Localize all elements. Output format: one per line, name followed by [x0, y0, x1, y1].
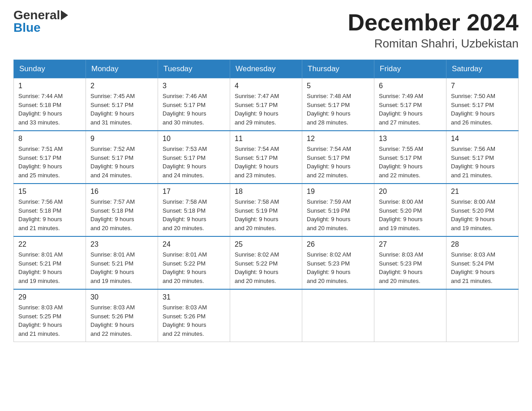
day-info: Sunrise: 7:51 AM Sunset: 5:17 PM Dayligh…	[18, 145, 81, 180]
table-row: 19 Sunrise: 7:59 AM Sunset: 5:19 PM Dayl…	[302, 184, 374, 236]
day-number: 4	[235, 82, 297, 90]
day-number: 3	[163, 82, 225, 90]
table-row: 22 Sunrise: 8:01 AM Sunset: 5:21 PM Dayl…	[14, 236, 86, 289]
day-info: Sunrise: 7:55 AM Sunset: 5:17 PM Dayligh…	[379, 145, 442, 180]
calendar-week-3: 15 Sunrise: 7:56 AM Sunset: 5:18 PM Dayl…	[14, 184, 519, 236]
day-info: Sunrise: 8:02 AM Sunset: 5:23 PM Dayligh…	[307, 250, 369, 285]
header-friday: Friday	[374, 60, 446, 78]
day-info: Sunrise: 7:54 AM Sunset: 5:17 PM Dayligh…	[235, 145, 297, 180]
day-info: Sunrise: 8:00 AM Sunset: 5:20 PM Dayligh…	[451, 197, 514, 232]
calendar-week-1: 1 Sunrise: 7:44 AM Sunset: 5:18 PM Dayli…	[14, 78, 519, 131]
day-number: 16	[90, 188, 153, 196]
header-tuesday: Tuesday	[158, 60, 230, 78]
day-info: Sunrise: 7:59 AM Sunset: 5:19 PM Dayligh…	[307, 197, 369, 232]
month-title: December 2024	[348, 9, 519, 36]
day-info: Sunrise: 7:53 AM Sunset: 5:17 PM Dayligh…	[163, 145, 225, 180]
calendar-week-4: 22 Sunrise: 8:01 AM Sunset: 5:21 PM Dayl…	[14, 236, 519, 289]
day-number: 19	[307, 188, 369, 196]
day-number: 9	[90, 135, 153, 143]
day-info: Sunrise: 7:54 AM Sunset: 5:17 PM Dayligh…	[307, 145, 369, 180]
table-row: 26 Sunrise: 8:02 AM Sunset: 5:23 PM Dayl…	[302, 236, 374, 289]
table-row: 9 Sunrise: 7:52 AM Sunset: 5:17 PM Dayli…	[86, 131, 158, 184]
table-row: 3 Sunrise: 7:46 AM Sunset: 5:17 PM Dayli…	[158, 78, 230, 131]
header-thursday: Thursday	[302, 60, 374, 78]
table-row: 24 Sunrise: 8:01 AM Sunset: 5:22 PM Dayl…	[158, 236, 230, 289]
table-row: 30 Sunrise: 8:03 AM Sunset: 5:26 PM Dayl…	[86, 289, 158, 342]
day-info: Sunrise: 7:44 AM Sunset: 5:18 PM Dayligh…	[18, 92, 81, 127]
table-row: 29 Sunrise: 8:03 AM Sunset: 5:25 PM Dayl…	[14, 289, 86, 342]
day-info: Sunrise: 8:02 AM Sunset: 5:22 PM Dayligh…	[235, 250, 297, 285]
title-block: December 2024 Romitan Shahri, Uzbekistan	[348, 9, 519, 51]
table-row: 20 Sunrise: 8:00 AM Sunset: 5:20 PM Dayl…	[374, 184, 446, 236]
day-number: 2	[90, 82, 153, 90]
day-info: Sunrise: 8:01 AM Sunset: 5:21 PM Dayligh…	[90, 250, 153, 285]
day-number: 18	[235, 188, 297, 196]
day-number: 6	[379, 82, 442, 90]
table-row: 17 Sunrise: 7:58 AM Sunset: 5:18 PM Dayl…	[158, 184, 230, 236]
day-info: Sunrise: 8:03 AM Sunset: 5:24 PM Dayligh…	[451, 250, 514, 285]
day-number: 8	[18, 135, 81, 143]
table-row: 16 Sunrise: 7:57 AM Sunset: 5:18 PM Dayl…	[86, 184, 158, 236]
day-number: 29	[18, 293, 81, 301]
day-info: Sunrise: 7:49 AM Sunset: 5:17 PM Dayligh…	[379, 92, 442, 127]
calendar-week-2: 8 Sunrise: 7:51 AM Sunset: 5:17 PM Dayli…	[14, 131, 519, 184]
location-title: Romitan Shahri, Uzbekistan	[348, 37, 519, 51]
day-number: 14	[451, 135, 514, 143]
table-row	[374, 289, 446, 342]
calendar-week-5: 29 Sunrise: 8:03 AM Sunset: 5:25 PM Dayl…	[14, 289, 519, 342]
table-row	[230, 289, 302, 342]
page-header: General Blue December 2024 Romitan Shahr…	[13, 9, 519, 51]
logo-general-text: General	[13, 9, 60, 21]
table-row	[302, 289, 374, 342]
day-number: 24	[163, 240, 225, 248]
day-info: Sunrise: 7:56 AM Sunset: 5:18 PM Dayligh…	[18, 197, 81, 232]
table-row: 7 Sunrise: 7:50 AM Sunset: 5:17 PM Dayli…	[446, 78, 519, 131]
header-sunday: Sunday	[14, 60, 86, 78]
table-row: 12 Sunrise: 7:54 AM Sunset: 5:17 PM Dayl…	[302, 131, 374, 184]
day-info: Sunrise: 8:01 AM Sunset: 5:22 PM Dayligh…	[163, 250, 225, 285]
day-number: 1	[18, 82, 81, 90]
day-number: 28	[451, 240, 514, 248]
day-info: Sunrise: 7:46 AM Sunset: 5:17 PM Dayligh…	[163, 92, 225, 127]
day-info: Sunrise: 8:03 AM Sunset: 5:25 PM Dayligh…	[18, 303, 81, 338]
day-number: 30	[90, 293, 153, 301]
day-number: 12	[307, 135, 369, 143]
table-row: 14 Sunrise: 7:56 AM Sunset: 5:17 PM Dayl…	[446, 131, 519, 184]
table-row: 1 Sunrise: 7:44 AM Sunset: 5:18 PM Dayli…	[14, 78, 86, 131]
table-row: 10 Sunrise: 7:53 AM Sunset: 5:17 PM Dayl…	[158, 131, 230, 184]
day-number: 25	[235, 240, 297, 248]
header-saturday: Saturday	[446, 60, 519, 78]
table-row: 21 Sunrise: 8:00 AM Sunset: 5:20 PM Dayl…	[446, 184, 519, 236]
table-row: 27 Sunrise: 8:03 AM Sunset: 5:23 PM Dayl…	[374, 236, 446, 289]
table-row: 31 Sunrise: 8:03 AM Sunset: 5:26 PM Dayl…	[158, 289, 230, 342]
day-info: Sunrise: 8:00 AM Sunset: 5:20 PM Dayligh…	[379, 197, 442, 232]
table-row: 5 Sunrise: 7:48 AM Sunset: 5:17 PM Dayli…	[302, 78, 374, 131]
day-number: 15	[18, 188, 81, 196]
table-row: 6 Sunrise: 7:49 AM Sunset: 5:17 PM Dayli…	[374, 78, 446, 131]
day-info: Sunrise: 7:48 AM Sunset: 5:17 PM Dayligh…	[307, 92, 369, 127]
table-row	[446, 289, 519, 342]
logo-blue-text: Blue	[13, 21, 41, 34]
header-wednesday: Wednesday	[230, 60, 302, 78]
day-info: Sunrise: 7:45 AM Sunset: 5:17 PM Dayligh…	[90, 92, 153, 127]
day-number: 11	[235, 135, 297, 143]
table-row: 2 Sunrise: 7:45 AM Sunset: 5:17 PM Dayli…	[86, 78, 158, 131]
day-info: Sunrise: 7:56 AM Sunset: 5:17 PM Dayligh…	[451, 145, 514, 180]
table-row: 25 Sunrise: 8:02 AM Sunset: 5:22 PM Dayl…	[230, 236, 302, 289]
table-row: 15 Sunrise: 7:56 AM Sunset: 5:18 PM Dayl…	[14, 184, 86, 236]
table-row: 23 Sunrise: 8:01 AM Sunset: 5:21 PM Dayl…	[86, 236, 158, 289]
day-info: Sunrise: 7:47 AM Sunset: 5:17 PM Dayligh…	[235, 92, 297, 127]
day-info: Sunrise: 7:50 AM Sunset: 5:17 PM Dayligh…	[451, 92, 514, 127]
day-number: 20	[379, 188, 442, 196]
day-number: 21	[451, 188, 514, 196]
day-info: Sunrise: 7:58 AM Sunset: 5:18 PM Dayligh…	[163, 197, 225, 232]
day-info: Sunrise: 8:03 AM Sunset: 5:26 PM Dayligh…	[163, 303, 225, 338]
table-row: 4 Sunrise: 7:47 AM Sunset: 5:17 PM Dayli…	[230, 78, 302, 131]
day-info: Sunrise: 7:52 AM Sunset: 5:17 PM Dayligh…	[90, 145, 153, 180]
table-row: 13 Sunrise: 7:55 AM Sunset: 5:17 PM Dayl…	[374, 131, 446, 184]
day-number: 7	[451, 82, 514, 90]
day-number: 10	[163, 135, 225, 143]
logo: General Blue	[13, 9, 68, 34]
table-row: 11 Sunrise: 7:54 AM Sunset: 5:17 PM Dayl…	[230, 131, 302, 184]
header-monday: Monday	[86, 60, 158, 78]
